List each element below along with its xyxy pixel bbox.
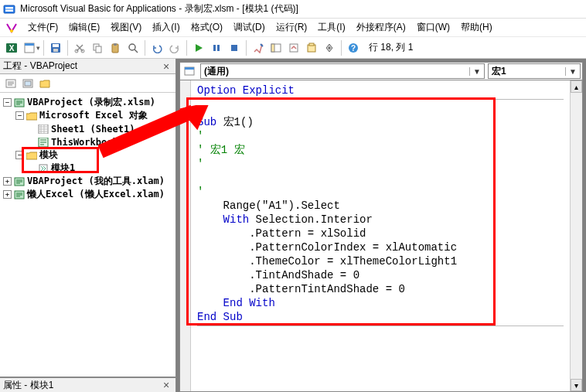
svg-rect-15: [114, 43, 117, 46]
comment: ': [197, 186, 203, 198]
comment: ' 宏1 宏: [197, 144, 245, 156]
stop-icon[interactable]: [226, 39, 243, 56]
code-text: .ThemeColor = xlThemeColorLight1: [197, 255, 457, 268]
undo-icon[interactable]: [148, 39, 165, 56]
tree-modules-folder[interactable]: − 模块: [3, 148, 172, 162]
svg-rect-13: [96, 46, 101, 53]
paste-icon[interactable]: [107, 39, 124, 56]
menu-format[interactable]: 格式(O): [186, 19, 227, 36]
separator: [341, 40, 342, 56]
svg-rect-9: [53, 49, 58, 52]
object-dropdown[interactable]: (通用) ▼: [200, 63, 485, 79]
close-icon[interactable]: ×: [160, 379, 172, 391]
code-window-icon[interactable]: [182, 63, 197, 79]
toolbar: X ▾ ? 行 18, 列 1: [0, 37, 586, 59]
menu-view[interactable]: 视图(V): [106, 19, 146, 36]
vertical-scrollbar[interactable]: ▴ ▾: [570, 80, 582, 391]
svg-rect-19: [231, 45, 237, 51]
help-icon[interactable]: ?: [345, 39, 362, 56]
cut-icon[interactable]: [71, 39, 88, 56]
find-icon[interactable]: [124, 39, 141, 56]
menu-debug[interactable]: 调试(D): [229, 19, 270, 36]
project-icon: [13, 97, 26, 108]
svg-point-16: [129, 44, 135, 50]
close-icon[interactable]: ×: [160, 60, 172, 73]
menu-bar: 文件(F) 编辑(E) 视图(V) 插入(I) 格式(O) 调试(D) 运行(R…: [0, 19, 586, 37]
pause-icon[interactable]: [208, 39, 225, 56]
expand-icon[interactable]: +: [3, 190, 12, 199]
properties-pane-header: 属性 - 模块1 ×: [0, 377, 175, 392]
redo-icon[interactable]: [166, 39, 183, 56]
folder-icon: [26, 111, 38, 121]
menu-addins[interactable]: 外接程序(A): [352, 19, 411, 36]
svg-rect-30: [25, 81, 31, 86]
separator: [43, 40, 44, 56]
view-switch-icon[interactable]: [21, 39, 38, 56]
project-icon: [13, 176, 26, 187]
code-text: .PatternColorIndex = xlAutomatic: [197, 241, 457, 254]
svg-point-25: [329, 46, 331, 49]
project-explorer: 工程 - VBAProject × − VBAProject (录制宏.xlsm…: [0, 59, 176, 392]
menu-window[interactable]: 窗口(W): [412, 19, 455, 36]
project-explorer-icon[interactable]: [267, 39, 284, 56]
collapse-icon[interactable]: −: [15, 111, 24, 120]
scroll-down-icon[interactable]: ▾: [571, 379, 582, 391]
svg-rect-18: [217, 45, 220, 51]
code-pane-header: (通用) ▼ 宏1 ▼: [179, 62, 583, 80]
code-text: .Pattern = xlSolid: [197, 227, 366, 240]
view-code-icon[interactable]: [3, 76, 19, 91]
tree-excel-objects[interactable]: − Microsoft Excel 对象: [3, 109, 172, 122]
menu-tools[interactable]: 工具(I): [313, 19, 349, 36]
tree-label: VBAProject (我的工具.xlam): [27, 175, 165, 188]
tree-label: VBAProject (录制宏.xlsm): [27, 96, 155, 109]
collapse-icon[interactable]: −: [3, 98, 12, 107]
code-content[interactable]: Option Explicit Sub 宏1() ' ' 宏1 宏 ' ' Ra…: [191, 80, 570, 391]
menu-file[interactable]: 文件(F): [23, 19, 63, 36]
menu-edit[interactable]: 编辑(E): [64, 19, 104, 36]
run-icon[interactable]: [190, 39, 207, 56]
separator: [145, 40, 145, 56]
window-title: Microsoft Visual Basic for Applications …: [20, 2, 298, 15]
separator: [186, 40, 187, 56]
folder-toggle-icon[interactable]: [37, 76, 53, 91]
code-text: .TintAndShade = 0: [197, 269, 359, 281]
project-pane-header: 工程 - VBAProject ×: [0, 59, 175, 74]
tree-label: Microsoft Excel 对象: [39, 109, 148, 122]
project-tree[interactable]: − VBAProject (录制宏.xlsm) − Microsoft Exce…: [0, 93, 175, 377]
svg-rect-21: [271, 44, 274, 52]
tree-project[interactable]: − VBAProject (录制宏.xlsm): [3, 96, 172, 109]
menu-run[interactable]: 运行(R): [271, 19, 312, 36]
scroll-up-icon[interactable]: ▴: [571, 80, 582, 93]
expand-icon[interactable]: +: [3, 177, 12, 186]
svg-rect-6: [25, 43, 34, 46]
properties-icon[interactable]: [285, 39, 302, 56]
view-object-icon[interactable]: [20, 76, 36, 91]
design-mode-icon[interactable]: [250, 39, 267, 56]
toolbox-icon[interactable]: [321, 39, 338, 56]
object-browser-icon[interactable]: [303, 39, 320, 56]
code-editor[interactable]: Option Explicit Sub 宏1() ' ' 宏1 宏 ' ' Ra…: [179, 80, 583, 392]
tree-project-2[interactable]: + VBAProject (我的工具.xlam): [3, 175, 172, 188]
procedure-dropdown[interactable]: 宏1 ▼: [488, 63, 581, 79]
tree-project-3[interactable]: + 懒人Excel (懒人Excel.xlam): [3, 188, 172, 201]
tree-sheet1[interactable]: Sheet1 (Sheet1): [3, 122, 172, 135]
tree-thisworkbook[interactable]: ThisWorkbook: [3, 135, 172, 148]
title-bar: Microsoft Visual Basic for Applications …: [0, 0, 586, 19]
project-pane-title: 工程 - VBAProject: [3, 60, 77, 73]
main-area: 工程 - VBAProject × − VBAProject (录制宏.xlsm…: [0, 59, 586, 392]
collapse-icon[interactable]: −: [15, 151, 24, 159]
copy-icon[interactable]: [89, 39, 106, 56]
save-icon[interactable]: [47, 39, 64, 56]
project-pane-toolbar: [0, 74, 175, 93]
comment: ': [197, 158, 203, 170]
menu-help[interactable]: 帮助(H): [456, 19, 497, 36]
code-text: .PatternTintAndShade = 0: [197, 283, 405, 295]
cursor-position: 行 18, 列 1: [369, 41, 413, 54]
excel-icon[interactable]: X: [3, 39, 20, 56]
separator-line: [197, 326, 564, 326]
tree-label: 模块: [39, 148, 58, 162]
code-gutter: [180, 80, 191, 391]
tree-module1[interactable]: 模块1: [3, 162, 172, 175]
menu-insert[interactable]: 插入(I): [148, 19, 184, 36]
separator: [246, 40, 247, 56]
